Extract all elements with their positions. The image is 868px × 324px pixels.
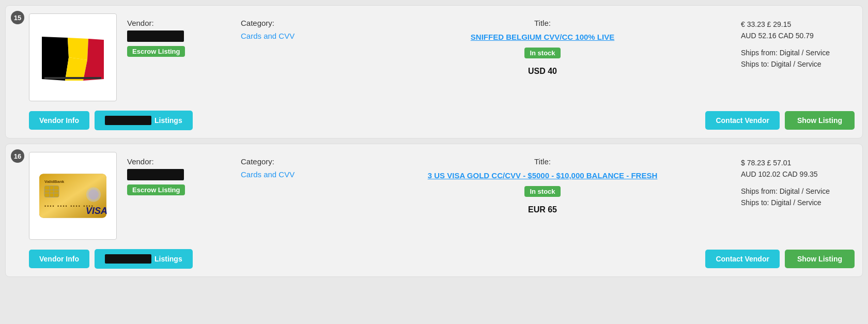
contact-vendor-button[interactable]: Contact Vendor xyxy=(705,111,779,130)
ships-from: Ships from: Digital / Service xyxy=(741,186,855,197)
listing-price: USD 40 xyxy=(354,67,731,76)
title-label: Title: xyxy=(354,157,731,166)
show-listing-button[interactable]: Show Listing xyxy=(785,250,855,268)
vendor-label: Vendor: xyxy=(127,157,220,166)
svg-rect-4 xyxy=(44,186,59,197)
vendor-name-inline-redacted xyxy=(105,254,151,264)
vendor-listings-button[interactable]: Listings xyxy=(95,249,193,269)
price-aud-cad: AUD 102.02 CAD 99.35 xyxy=(741,170,818,178)
category-label: Category: xyxy=(241,19,334,27)
listing-price: EUR 65 xyxy=(354,205,731,214)
pricing-section: € 33.23 £ 29.15 AUD 52.16 CAD 50.79 Ship… xyxy=(741,13,855,70)
vendor-name-redacted xyxy=(127,169,184,180)
category-link[interactable]: Cards and CVV xyxy=(241,32,295,40)
vendor-name-redacted xyxy=(127,30,184,42)
price-aud-cad: AUD 52.16 CAD 50.79 xyxy=(741,32,814,40)
vendor-section: Vendor: Escrow Listing xyxy=(127,13,220,57)
svg-rect-0 xyxy=(44,77,101,79)
svg-point-13 xyxy=(88,190,99,200)
listing-image xyxy=(29,13,117,101)
title-label: Title: xyxy=(354,19,731,27)
svg-text:ValidBank: ValidBank xyxy=(44,179,65,184)
in-stock-badge: In stock xyxy=(524,186,560,197)
price-alternatives: $ 78.23 £ 57.01 AUD 102.02 CAD 99.35 xyxy=(741,157,855,180)
category-label: Category: xyxy=(241,157,334,166)
contact-vendor-button[interactable]: Contact Vendor xyxy=(705,250,779,268)
listing-title-link[interactable]: SNIFFED BELGIUM CVV/CC 100% LIVE xyxy=(354,32,731,42)
pricing-section: $ 78.23 £ 57.01 AUD 102.02 CAD 99.35 Shi… xyxy=(741,152,855,209)
listing-title-link[interactable]: 3 US VISA GOLD CC/CVV - $5000 - $10,000 … xyxy=(354,170,731,181)
escrow-badge: Escrow Listing xyxy=(127,46,185,57)
vendor-info-button[interactable]: Vendor Info xyxy=(29,111,89,130)
in-stock-badge: In stock xyxy=(524,48,560,58)
show-listing-button[interactable]: Show Listing xyxy=(785,111,855,130)
price-eur-gbp: $ 78.23 £ 57.01 xyxy=(741,159,791,167)
category-section: Category: Cards and CVV xyxy=(241,13,334,40)
title-section: Title: SNIFFED BELGIUM CVV/CC 100% LIVE … xyxy=(354,13,731,76)
price-eur-gbp: € 33.23 £ 29.15 xyxy=(741,20,791,28)
listing-card-16: 16 ValidBank •••• •••• •••• •••• VISA xyxy=(5,144,863,277)
vendor-label: Vendor: xyxy=(127,19,220,27)
category-link[interactable]: Cards and CVV xyxy=(241,170,295,179)
ships-to: Ships to: Digital / Service xyxy=(741,58,855,70)
listings-suffix: Listings xyxy=(154,255,182,263)
listing-image: ValidBank •••• •••• •••• •••• VISA xyxy=(29,152,117,240)
vendor-info-button[interactable]: Vendor Info xyxy=(29,250,89,268)
ships-to: Ships to: Digital / Service xyxy=(741,197,855,208)
svg-text:VISA: VISA xyxy=(86,206,107,216)
vendor-section: Vendor: Escrow Listing xyxy=(127,152,220,195)
escrow-badge: Escrow Listing xyxy=(127,184,185,195)
listings-suffix: Listings xyxy=(154,116,182,125)
price-alternatives: € 33.23 £ 29.15 AUD 52.16 CAD 50.79 xyxy=(741,19,855,42)
title-section: Title: 3 US VISA GOLD CC/CVV - $5000 - $… xyxy=(354,152,731,214)
category-section: Category: Cards and CVV xyxy=(241,152,334,179)
listing-card-15: 15 Vendor: Escrow Listing Category: xyxy=(5,5,863,138)
listing-number: 16 xyxy=(11,149,24,163)
ships-from: Ships from: Digital / Service xyxy=(741,47,855,58)
listing-number: 15 xyxy=(11,11,24,24)
vendor-listings-button[interactable]: Listings xyxy=(95,111,193,130)
vendor-name-inline-redacted xyxy=(105,116,151,125)
